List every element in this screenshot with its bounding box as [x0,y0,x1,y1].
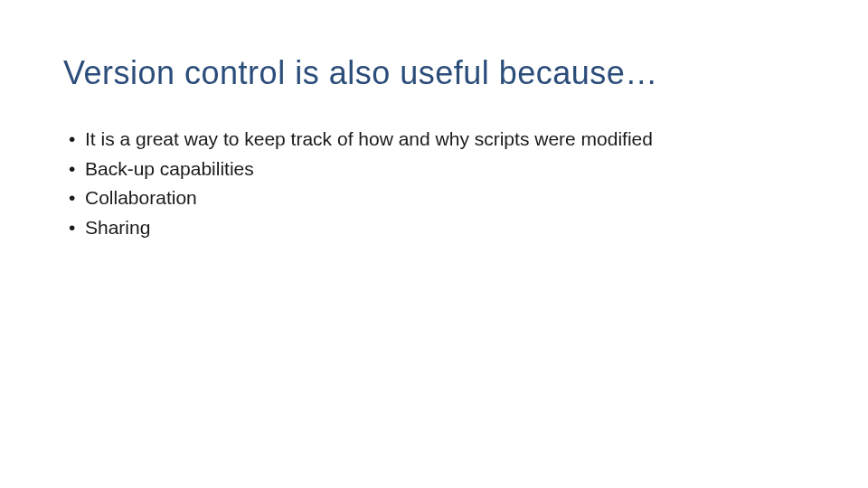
slide-container: Version control is also useful because… … [0,0,868,488]
bullet-item: It is a great way to keep track of how a… [69,125,805,154]
bullet-item: Sharing [69,213,805,242]
bullet-list: It is a great way to keep track of how a… [63,125,805,241]
bullet-item: Back-up capabilities [69,155,805,183]
bullet-item: Collaboration [69,183,805,212]
slide-title: Version control is also useful because… [63,54,805,92]
